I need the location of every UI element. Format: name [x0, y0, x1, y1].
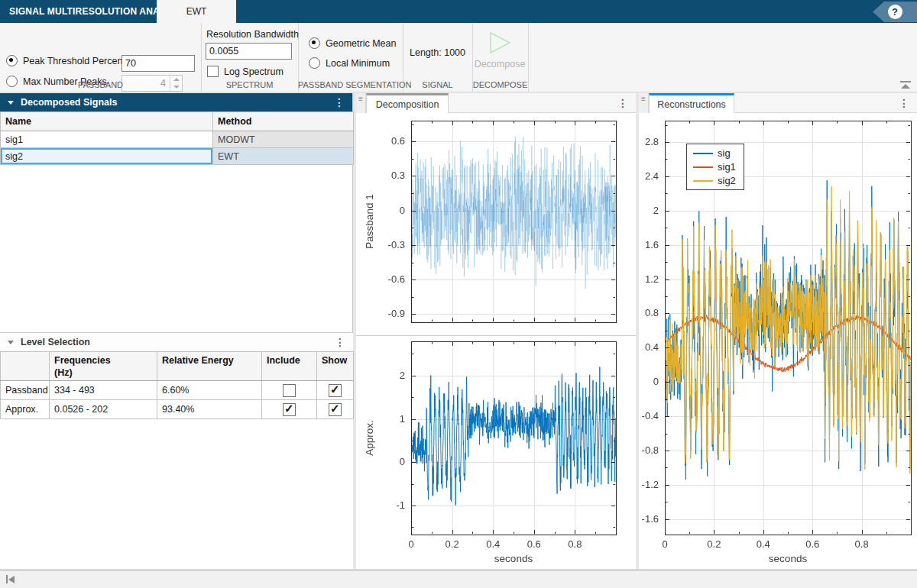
- decompose-button[interactable]: Decompose: [472, 27, 527, 87]
- title-tab-bar: SIGNAL MULTIRESOLUTION ANALYZER EWT ?: [0, 0, 917, 23]
- header-text: Show: [322, 354, 348, 367]
- column-header: Frequencies(Hz): [50, 352, 157, 381]
- table-header-row: NameMethod: [1, 112, 354, 131]
- legend-entry: sig2: [693, 175, 736, 186]
- reconstructions-panel: ≡ Reconstructions ⋮ sigsig1sig2: [639, 93, 917, 569]
- checkbox-icon[interactable]: [207, 66, 219, 77]
- help-button[interactable]: ?: [873, 2, 917, 22]
- collapse-bar-icon: [900, 81, 911, 82]
- include-checkbox[interactable]: [283, 384, 296, 397]
- group-title-segmentation: PASSBAND SEGMENTATION: [298, 80, 403, 89]
- group-title-decompose: DECOMPOSE: [472, 80, 528, 89]
- tab-reconstructions[interactable]: Reconstructions: [649, 93, 734, 113]
- decomposed-signals-header[interactable]: Decomposed Signals ⋮: [0, 93, 352, 111]
- restore-panel-icon[interactable]: [6, 575, 15, 583]
- decomposition-tabbar: ≡ Decomposition ⋮: [356, 93, 636, 113]
- show-cell: [317, 400, 354, 419]
- level-row[interactable]: Passband 1334 - 4936.60%: [1, 381, 354, 400]
- decomposed-signals-title: Decomposed Signals: [21, 97, 117, 108]
- legend-line-swatch: [693, 153, 713, 154]
- reconstructions-tabbar: ≡ Reconstructions ⋮: [639, 93, 917, 113]
- legend-line-swatch: [693, 166, 713, 168]
- header-text: (Hz): [54, 367, 152, 379]
- group-signal: Length: 1000 SIGNAL: [403, 23, 473, 92]
- local-minimum-label: Local Minimum: [326, 58, 390, 69]
- include-cell: [262, 381, 317, 400]
- header-text: Frequencies: [54, 354, 152, 367]
- column-header: Show: [317, 352, 354, 381]
- column-header: Include: [262, 352, 317, 381]
- legend-label: sig2: [718, 175, 736, 186]
- panel-menu-icon[interactable]: ⋮: [335, 337, 345, 347]
- level-selection-title: Level Selection: [21, 337, 90, 347]
- signal-method-cell: MODWT: [213, 131, 354, 148]
- collapse-arrow-icon: [901, 84, 910, 89]
- header-text: Relative Energy: [162, 354, 257, 367]
- reconstructions-canvas[interactable]: [639, 113, 917, 569]
- frequencies-cell: 0.0526 - 202: [50, 400, 157, 419]
- play-icon: [486, 31, 514, 55]
- header-text: Include: [267, 354, 312, 367]
- radio-icon[interactable]: [309, 37, 320, 49]
- approx-canvas[interactable]: [356, 338, 636, 569]
- passband1-canvas[interactable]: [356, 113, 636, 333]
- show-checkbox[interactable]: [329, 384, 342, 397]
- collapse-panel-icon[interactable]: [8, 341, 14, 344]
- geometric-mean-label: Geometric Mean: [326, 38, 396, 49]
- radio-icon[interactable]: [6, 55, 18, 66]
- signal-name-cell[interactable]: sig1: [1, 131, 213, 148]
- signal-name-cell[interactable]: sig2: [1, 148, 213, 165]
- peak-threshold-radio[interactable]: Peak Threshold Percent: [6, 55, 125, 66]
- signal-row[interactable]: sig1MODWT: [1, 131, 354, 148]
- skip-triangle: [8, 576, 15, 583]
- log-spectrum-label: Log Spectrum: [224, 66, 284, 77]
- passband1-plot[interactable]: [356, 113, 636, 333]
- peak-threshold-label: Peak Threshold Percent: [23, 56, 125, 66]
- group-passband-segmentation: Geometric Mean Local Minimum PASSBAND SE…: [298, 23, 403, 92]
- legend-entry: sig1: [693, 161, 736, 173]
- radio-icon[interactable]: [309, 57, 320, 69]
- tab-menu-icon[interactable]: ⋮: [617, 97, 628, 109]
- bandwidth-input[interactable]: [206, 43, 292, 60]
- level-row[interactable]: Approx.0.0526 - 20293.40%: [1, 400, 354, 419]
- reconstructions-plot[interactable]: sigsig1sig2: [639, 113, 917, 569]
- group-passband: Peak Threshold Percent Max Number Peaks …: [0, 23, 202, 92]
- legend-entry: sig: [693, 147, 736, 159]
- group-decompose: Decompose DECOMPOSE: [472, 23, 529, 92]
- panel-drag-strip[interactable]: ≡: [356, 93, 366, 113]
- local-minimum-radio[interactable]: Local Minimum: [309, 57, 390, 69]
- tab-menu-icon[interactable]: ⋮: [899, 97, 909, 109]
- panel-menu-icon[interactable]: ⋮: [334, 97, 345, 108]
- geometric-mean-radio[interactable]: Geometric Mean: [309, 37, 396, 49]
- signal-length-label: Length: 1000: [403, 47, 472, 58]
- relative-energy-cell: 6.60%: [157, 381, 262, 400]
- level-selection-header[interactable]: Level Selection ⋮: [0, 333, 353, 351]
- column-header: Relative Energy: [157, 352, 262, 381]
- grip-icon: ≡: [641, 95, 646, 103]
- level-label-cell: Approx.: [1, 400, 50, 419]
- group-title-spectrum: SPECTRUM: [201, 80, 298, 89]
- decompose-button-label: Decompose: [475, 59, 526, 69]
- include-checkbox[interactable]: [283, 403, 296, 416]
- legend-line-swatch: [693, 180, 713, 182]
- log-spectrum-checkbox[interactable]: Log Spectrum: [207, 66, 284, 77]
- approx-plot[interactable]: [356, 338, 636, 569]
- relative-energy-cell: 93.40%: [157, 400, 262, 419]
- show-checkbox[interactable]: [329, 403, 342, 416]
- collapse-panel-icon[interactable]: [8, 101, 14, 105]
- status-bar: [0, 570, 917, 588]
- signal-method-cell: EWT: [213, 148, 354, 165]
- level-selection-panel: Level Selection ⋮ Frequencies(Hz)Relativ…: [0, 332, 353, 569]
- table-header-row: Frequencies(Hz)Relative EnergyIncludeSho…: [1, 352, 354, 381]
- tab-decomposition[interactable]: Decomposition: [366, 93, 449, 113]
- bandwidth-label: Resolution Bandwidth: [206, 29, 299, 40]
- tab-ewt[interactable]: EWT: [157, 0, 236, 23]
- group-spectrum: Resolution Bandwidth Log Spectrum SPECTR…: [201, 23, 299, 92]
- peak-threshold-input[interactable]: [122, 55, 195, 72]
- level-label-cell: Passband 1: [1, 381, 50, 400]
- frequencies-cell: 334 - 493: [50, 381, 157, 400]
- signal-row[interactable]: sig2EWT: [1, 148, 354, 165]
- collapse-ribbon-button[interactable]: [900, 81, 911, 89]
- show-cell: [317, 381, 354, 400]
- panel-drag-strip[interactable]: ≡: [639, 93, 649, 113]
